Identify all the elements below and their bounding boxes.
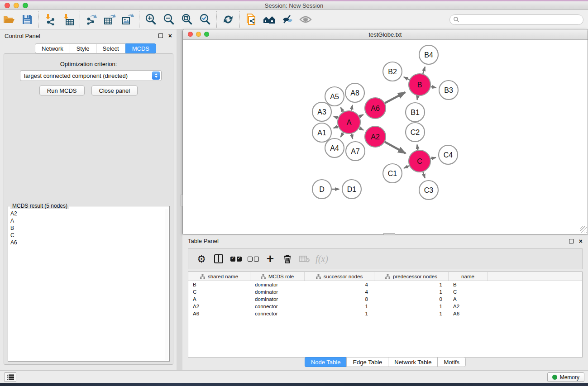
mcds-result-item[interactable]: A [9, 217, 164, 224]
graph-edge-C-C2[interactable] [417, 144, 418, 150]
zoom-fit-icon[interactable] [178, 11, 196, 28]
close-panel-icon[interactable]: × [168, 33, 172, 38]
table-cell[interactable]: C [188, 288, 250, 295]
table-options-gear-icon[interactable]: ⚙ [193, 251, 210, 267]
tab-mcds[interactable]: MCDS [125, 43, 156, 53]
graph-edge-B-B1[interactable] [417, 96, 417, 100]
table-cell[interactable]: B [449, 281, 488, 288]
table-cell[interactable]: dominator [250, 288, 305, 295]
table-cell[interactable]: 1 [305, 303, 374, 310]
select-all-icon[interactable] [227, 251, 244, 267]
table-cell[interactable]: connector [250, 310, 305, 317]
minimize-window-button[interactable] [14, 3, 19, 8]
table-cell[interactable]: 1 [305, 310, 374, 317]
mcds-result-item[interactable]: B [9, 224, 164, 232]
birds-eye-view-icon[interactable] [296, 11, 315, 28]
table-cell[interactable]: A6 [449, 310, 488, 317]
function-builder-icon[interactable]: f(x) [313, 251, 330, 267]
graph-edge-A-A8[interactable] [351, 105, 352, 110]
graph-edge-A-A2[interactable] [359, 128, 363, 130]
deselect-all-icon[interactable] [244, 251, 262, 267]
table-cell[interactable]: A6 [188, 310, 250, 317]
table-cell[interactable]: 1 [374, 288, 449, 295]
zoom-in-icon[interactable] [142, 11, 160, 28]
save-session-icon[interactable] [18, 11, 36, 28]
new-network-from-selection-icon[interactable] [242, 11, 260, 28]
table-cell[interactable]: A [188, 295, 250, 303]
table-cell[interactable]: 1 [374, 310, 449, 317]
graph-edge-A-A5[interactable] [341, 107, 344, 112]
criterion-dropdown[interactable]: largest connected component (directed) [20, 70, 162, 81]
search-input[interactable] [449, 14, 583, 25]
graph-edge-A6-B[interactable] [385, 92, 405, 103]
graph-edge-A-A3[interactable] [334, 116, 338, 118]
table-row[interactable]: A6connector11A6 [188, 310, 582, 317]
graph-edge-A2-C[interactable] [385, 142, 406, 153]
close-window-button[interactable] [5, 3, 10, 8]
column-header-shared-name[interactable]: shared name [188, 272, 250, 281]
network-minimize-button[interactable] [196, 32, 201, 37]
show-graphics-details-icon[interactable] [278, 11, 296, 28]
table-cell[interactable] [488, 310, 582, 317]
float-panel-icon[interactable] [158, 33, 163, 38]
table-cell[interactable]: 8 [305, 295, 374, 303]
tab-network-table[interactable]: Network Table [388, 357, 437, 367]
table-cell[interactable]: 4 [305, 281, 374, 288]
column-header-successor-nodes[interactable]: successor nodes [305, 272, 374, 281]
close-panel-icon[interactable]: × [579, 239, 583, 243]
mcds-result-item[interactable]: A2 [9, 210, 164, 217]
mcds-list-scrollbar[interactable] [165, 209, 168, 360]
import-network-icon[interactable] [41, 11, 59, 28]
graph-edge-C-C3[interactable] [423, 172, 425, 178]
table-row[interactable]: Bdominator41B [188, 281, 582, 288]
tab-node-table[interactable]: Node Table [305, 357, 347, 367]
export-image-icon[interactable] [119, 11, 137, 28]
zoom-out-icon[interactable] [160, 11, 178, 28]
table-cell[interactable] [488, 295, 582, 303]
table-cell[interactable]: 1 [374, 303, 449, 310]
table-row[interactable]: Cdominator41C [188, 288, 582, 295]
column-header-predecessor-nodes[interactable]: predecessor nodes [374, 272, 449, 281]
column-header-name[interactable]: name [449, 272, 488, 281]
table-cell[interactable] [488, 288, 582, 295]
graph-edge-B-B4[interactable] [423, 67, 425, 74]
tab-network[interactable]: Network [35, 43, 70, 53]
mcds-result-item[interactable]: A6 [9, 239, 164, 246]
graph-edge-B-B3[interactable] [431, 87, 436, 88]
delete-table-icon[interactable] [296, 251, 313, 267]
memory-button[interactable]: Memory [547, 372, 584, 382]
task-history-button[interactable] [5, 372, 16, 382]
column-header-mcds-role[interactable]: MCDS role [250, 272, 305, 281]
run-mcds-button[interactable]: Run MCDS [39, 86, 85, 95]
window-titlebar[interactable]: Session: New Session [0, 1, 588, 10]
float-panel-icon[interactable] [569, 239, 574, 243]
add-column-icon[interactable]: + [262, 251, 279, 267]
table-cell[interactable]: 0 [374, 295, 449, 303]
table-cell[interactable] [488, 281, 582, 288]
first-neighbors-icon[interactable] [260, 11, 278, 28]
zoom-window-button[interactable] [23, 3, 28, 8]
close-panel-button[interactable]: Close panel [91, 86, 138, 95]
graph-edge-C-C1[interactable] [404, 166, 409, 168]
tab-select[interactable]: Select [96, 43, 125, 53]
mcds-result-item[interactable]: C [9, 232, 164, 239]
tab-edge-table[interactable]: Edge Table [346, 357, 388, 367]
import-table-icon[interactable] [59, 11, 77, 28]
network-window-titlebar[interactable]: testGlobe.txt [183, 29, 588, 40]
network-window-controls[interactable] [188, 32, 209, 37]
network-close-button[interactable] [188, 32, 193, 37]
table-cell[interactable]: A2 [449, 303, 488, 310]
table-cell[interactable] [488, 303, 582, 310]
graph-edge-A-A1[interactable] [334, 126, 338, 128]
network-zoom-button[interactable] [204, 32, 209, 37]
table-cell[interactable]: A [449, 295, 488, 303]
open-session-icon[interactable] [0, 11, 18, 28]
table-cell[interactable]: A2 [188, 303, 250, 310]
network-canvas[interactable]: B4B2BB3B1A5A8A6A3AA1A4A7A2C2CC4C1C3DD1 [183, 40, 588, 234]
graph-edge-B-B2[interactable] [404, 77, 409, 80]
tab-motifs[interactable]: Motifs [437, 357, 466, 367]
table-cell[interactable]: dominator [250, 281, 305, 288]
table-cell[interactable]: 1 [374, 281, 449, 288]
split-divider-handle[interactable] [181, 195, 183, 206]
table-row[interactable]: Adominator80A [188, 295, 582, 303]
